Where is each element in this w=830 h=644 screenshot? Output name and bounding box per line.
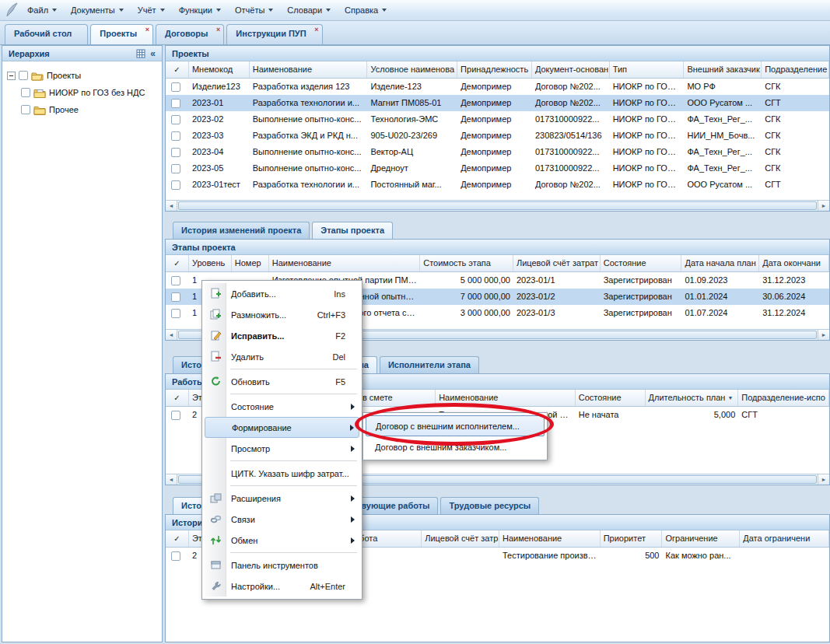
scroll-left-button[interactable]: ◄ xyxy=(166,330,177,340)
row-select-cell[interactable] xyxy=(166,407,189,423)
row-select-cell[interactable] xyxy=(166,160,189,177)
scroll-right-button[interactable]: ► xyxy=(818,330,829,340)
column-header[interactable]: Мнемокод xyxy=(189,61,250,78)
column-header[interactable]: ✓ xyxy=(166,530,189,547)
collapse-panel-button[interactable]: « xyxy=(150,48,156,59)
table-row[interactable]: Изделие123Разработка изделия 123Изделие-… xyxy=(166,79,829,95)
close-tab-icon[interactable]: × xyxy=(145,26,149,33)
row-checkbox[interactable] xyxy=(171,148,180,157)
column-header[interactable]: Состояние xyxy=(576,390,646,406)
row-select-cell[interactable] xyxy=(166,144,189,160)
context-menu-item[interactable]: Состояние xyxy=(205,396,359,417)
row-select-cell[interactable] xyxy=(166,548,189,564)
table-row[interactable]: 2023-02Выполнение опытно-конс...Технолог… xyxy=(166,111,829,128)
column-header[interactable]: Наименование xyxy=(250,61,368,78)
tree-grid-icon[interactable] xyxy=(136,49,145,58)
tree-node-checkbox[interactable] xyxy=(21,88,30,97)
scroll-right-button[interactable]: ► xyxy=(818,474,829,485)
tree-node-checkbox[interactable] xyxy=(21,105,30,114)
menubar-item[interactable]: Учёт xyxy=(131,2,172,18)
menubar-item[interactable]: Справка xyxy=(338,2,394,18)
row-checkbox[interactable] xyxy=(171,131,180,141)
column-header[interactable]: Дата начала план xyxy=(681,255,759,271)
menubar-item[interactable]: Функции xyxy=(172,2,228,18)
context-menu-item[interactable]: Просмотр xyxy=(205,438,359,459)
column-header[interactable]: Подразделение-испо xyxy=(738,390,829,406)
row-checkbox[interactable] xyxy=(171,411,180,420)
close-tab-icon[interactable]: × xyxy=(216,26,220,33)
tree-node[interactable]: НИОКР по ГОЗ без НДС xyxy=(4,84,160,101)
row-select-cell[interactable] xyxy=(166,128,189,144)
tree-node-checkbox[interactable] xyxy=(19,71,28,80)
table-row[interactable]: 2023-05Выполнение опытно-конс...Дредноут… xyxy=(166,160,829,177)
column-header[interactable]: Приоритет xyxy=(601,530,663,547)
workspace-tab[interactable]: Инструкции ПУП× xyxy=(226,24,322,44)
context-menu-item[interactable]: Обмен xyxy=(205,530,359,551)
column-header[interactable]: Принадлежность xyxy=(457,61,532,78)
row-select-cell[interactable] xyxy=(166,95,189,111)
row-checkbox[interactable] xyxy=(171,115,180,124)
row-select-cell[interactable] xyxy=(166,111,189,128)
context-menu-item[interactable]: Формирование xyxy=(205,417,359,438)
table-row[interactable]: 2023-01Разработка технологии и...Магнит … xyxy=(166,95,829,111)
column-header[interactable]: Наименование xyxy=(269,255,421,271)
workspace-tab[interactable]: Проекты× xyxy=(90,24,153,44)
menubar-item[interactable]: Отчёты xyxy=(228,2,280,18)
column-header[interactable]: Ограничение xyxy=(662,530,740,547)
workspace-tab[interactable]: Рабочий стол xyxy=(5,24,88,44)
detail-tab[interactable]: История изменений проекта xyxy=(173,222,310,239)
column-header[interactable]: Лицевой счёт затрат xyxy=(513,255,601,271)
column-header[interactable]: Уровень xyxy=(189,255,232,271)
tree-node[interactable]: Проекты xyxy=(4,67,160,84)
column-header[interactable]: Тип xyxy=(610,61,685,78)
context-menu-item[interactable]: Связи xyxy=(205,509,359,530)
row-checkbox[interactable] xyxy=(171,82,180,92)
context-menu-item[interactable]: УдалитьDel xyxy=(205,346,359,367)
context-menu-item[interactable]: Исправить...F2 xyxy=(205,325,359,346)
table-row[interactable]: 2023-04Выполнение опытно-конс...Вектор-А… xyxy=(166,144,829,160)
row-checkbox[interactable] xyxy=(171,99,180,108)
row-select-cell[interactable] xyxy=(166,79,189,95)
row-checkbox[interactable] xyxy=(171,551,180,561)
scroll-left-button[interactable]: ◄ xyxy=(166,474,177,485)
menubar-item[interactable]: Документы xyxy=(64,2,131,18)
row-checkbox[interactable] xyxy=(171,164,180,173)
context-menu-item[interactable]: Добавить...Ins xyxy=(205,283,359,304)
column-header[interactable]: Лицевой счёт затр xyxy=(422,530,499,547)
row-checkbox[interactable] xyxy=(171,180,180,190)
row-select-cell[interactable] xyxy=(166,177,189,193)
close-tab-icon[interactable]: × xyxy=(314,26,318,33)
submenu-item[interactable]: Договор с внешним исполнителем... xyxy=(366,415,545,436)
column-header[interactable]: Условное наименова xyxy=(367,61,457,78)
column-header[interactable]: Дата окончани xyxy=(759,255,829,271)
column-header[interactable]: ✓ xyxy=(166,390,189,406)
detail-tab[interactable]: Исполнители этапа xyxy=(380,356,479,373)
context-menu-item[interactable]: Настройки...Alt+Enter xyxy=(205,576,359,597)
table-row[interactable]: 2023-03Разработка ЭКД и РКД н...905-U020… xyxy=(166,128,829,144)
row-checkbox[interactable] xyxy=(171,276,180,285)
workspace-tab[interactable]: Договоры× xyxy=(156,24,224,44)
scroll-left-button[interactable]: ◄ xyxy=(166,201,177,211)
row-select-cell[interactable] xyxy=(166,289,189,305)
horizontal-scrollbar[interactable]: ◄► xyxy=(166,200,829,211)
row-select-cell[interactable] xyxy=(166,272,189,289)
column-header[interactable]: ✓ xyxy=(166,61,189,78)
column-header[interactable]: Дата ограничени xyxy=(740,530,829,547)
context-menu-item[interactable]: Панель инструментов xyxy=(205,555,359,576)
row-select-cell[interactable] xyxy=(166,305,189,321)
column-header[interactable]: Наименование xyxy=(499,530,601,547)
context-menu-item[interactable]: ЦИТК. Указать шифр затрат... xyxy=(205,463,359,484)
context-menu-item[interactable]: Расширения xyxy=(205,488,359,509)
column-header[interactable]: Длительность план▼ xyxy=(646,390,739,406)
column-header[interactable]: Состояние xyxy=(601,255,682,271)
menubar-item[interactable]: Файл xyxy=(20,2,64,18)
detail-tab[interactable]: Этапы проекта xyxy=(312,222,393,239)
tree-node[interactable]: Прочее xyxy=(4,101,160,118)
column-header[interactable]: Номер xyxy=(232,255,269,271)
row-checkbox[interactable] xyxy=(171,309,180,318)
context-menu-item[interactable]: Размножить...Ctrl+F3 xyxy=(205,304,359,325)
table-row[interactable]: 2023-01тестРазработка технологии и...Пос… xyxy=(166,177,829,193)
tree-expander-icon[interactable] xyxy=(7,72,16,80)
column-header[interactable]: ✓ xyxy=(166,255,189,271)
column-header[interactable]: Стоимость этапа xyxy=(420,255,513,271)
